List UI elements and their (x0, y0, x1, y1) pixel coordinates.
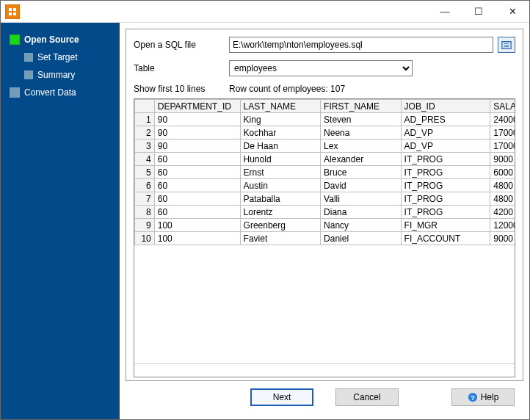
svg-rect-1 (13, 8, 16, 11)
table-cell: AD_PRES (401, 113, 490, 126)
preview-table-wrap: DEPARTMENT_IDLAST_NAMEFIRST_NAMEJOB_IDSA… (134, 98, 515, 377)
file-row: Open a SQL file (134, 37, 515, 53)
table-cell: Alexander (321, 153, 402, 166)
footer: Next Cancel ? Help (126, 381, 523, 413)
step-status-box (10, 35, 20, 45)
svg-text:?: ? (471, 394, 475, 402)
table-row[interactable]: 760PataballaValliIT_PROG4800VPATABAL (135, 192, 515, 206)
preview-table: DEPARTMENT_IDLAST_NAMEFIRST_NAMEJOB_IDSA… (134, 99, 515, 245)
table-cell: Kochhar (240, 126, 321, 140)
source-panel: Open a SQL file Table employe (126, 29, 523, 381)
preview-table-scroll[interactable]: DEPARTMENT_IDLAST_NAMEFIRST_NAMEJOB_IDSA… (134, 99, 515, 363)
table-cell: Diana (321, 206, 402, 219)
table-cell: 100 (154, 232, 240, 245)
column-header[interactable]: SALARY (490, 100, 515, 113)
table-cell: IT_PROG (401, 192, 490, 206)
next-button[interactable]: Next (250, 388, 313, 406)
show-first-label: Show first 10 lines (134, 84, 229, 94)
info-row: Show first 10 lines Row count of employe… (134, 84, 515, 94)
table-row[interactable]: 290KochharNeenaAD_VP17000NKOCHHAR (135, 126, 515, 140)
table-row[interactable]: 660AustinDavidIT_PROG4800DAUSTIN (135, 179, 515, 192)
table-cell: IT_PROG (401, 206, 490, 219)
table-select[interactable]: employees (229, 60, 413, 76)
table-cell: Austin (240, 179, 321, 192)
step-label: Convert Data (24, 87, 76, 98)
title-bar: — ☐ ✕ (1, 1, 529, 23)
table-cell: 17000 (490, 126, 515, 140)
svg-rect-3 (13, 12, 16, 15)
row-number-cell: 2 (135, 126, 155, 140)
app-icon (5, 4, 20, 19)
table-cell: FI_ACCOUNT (401, 232, 490, 245)
step-label: Summary (37, 70, 75, 80)
row-number-cell: 1 (135, 113, 155, 126)
step-status-box (24, 70, 33, 79)
table-cell: 9000 (490, 232, 515, 245)
table-label: Table (134, 63, 229, 73)
table-cell: Valli (321, 192, 402, 206)
minimize-button[interactable]: — (428, 1, 462, 22)
table-cell: Ernst (240, 166, 321, 179)
app-window: — ☐ ✕ Open SourceSet TargetSummaryConver… (0, 0, 530, 420)
file-label: Open a SQL file (134, 40, 229, 50)
table-cell: 4800 (490, 179, 515, 192)
browse-file-button[interactable] (498, 37, 515, 53)
row-number-header (135, 100, 155, 113)
table-cell: Lex (321, 140, 402, 153)
table-cell: FI_MGR (401, 219, 490, 232)
table-row[interactable]: 390De HaanLexAD_VP17000LDEHAAN (135, 140, 515, 153)
table-row[interactable]: 560ErnstBruceIT_PROG6000BERNST (135, 166, 515, 179)
step-status-box (10, 87, 20, 98)
body: Open SourceSet TargetSummaryConvert Data… (1, 23, 529, 419)
row-count-label: Row count of employees: 107 (229, 84, 345, 94)
table-cell: 4200 (490, 206, 515, 219)
wizard-step-set-target[interactable]: Set Target (24, 52, 115, 62)
wizard-sidebar: Open SourceSet TargetSummaryConvert Data (1, 23, 120, 419)
column-header[interactable]: JOB_ID (401, 100, 490, 113)
table-cell: IT_PROG (401, 153, 490, 166)
table-cell: 90 (154, 126, 240, 140)
wizard-step-open-source[interactable]: Open Source (10, 35, 115, 45)
table-cell: IT_PROG (401, 179, 490, 192)
column-header[interactable]: LAST_NAME (240, 100, 321, 113)
table-cell: 60 (154, 153, 240, 166)
table-cell: Faviet (240, 232, 321, 245)
row-number-cell: 10 (135, 232, 155, 245)
maximize-button[interactable]: ☐ (462, 1, 495, 22)
column-header[interactable]: FIRST_NAME (321, 100, 402, 113)
sql-file-input[interactable] (229, 37, 493, 53)
table-row[interactable]: 9100GreenbergNancyFI_MGR12000NGREENBE (135, 219, 515, 232)
step-label: Open Source (24, 35, 79, 45)
table-cell: 60 (154, 166, 240, 179)
row-number-cell: 5 (135, 166, 155, 179)
table-cell: Hunold (240, 153, 321, 166)
table-cell: 90 (154, 113, 240, 126)
help-button[interactable]: ? Help (451, 388, 515, 406)
open-file-icon (501, 40, 512, 50)
table-cell: 60 (154, 206, 240, 219)
svg-rect-2 (9, 12, 12, 15)
table-row: Table employees (134, 60, 515, 76)
table-cell: 60 (154, 179, 240, 192)
table-cell: 17000 (490, 140, 515, 153)
table-row[interactable]: 460HunoldAlexanderIT_PROG9000AHUNOLD (135, 153, 515, 166)
close-button[interactable]: ✕ (495, 1, 529, 22)
table-cell: Lorentz (240, 206, 321, 219)
table-row[interactable]: 860LorentzDianaIT_PROG4200DLORENTZ (135, 206, 515, 219)
table-cell: Greenberg (240, 219, 321, 232)
table-cell: Daniel (321, 232, 402, 245)
table-row[interactable]: 190KingStevenAD_PRES24000SKING (135, 113, 515, 126)
table-cell: 24000 (490, 113, 515, 126)
table-cell: AD_VP (401, 140, 490, 153)
help-icon: ? (468, 392, 478, 402)
horizontal-scrollbar[interactable] (134, 363, 515, 377)
table-cell: King (240, 113, 321, 126)
row-number-cell: 8 (135, 206, 155, 219)
wizard-step-convert-data[interactable]: Convert Data (10, 87, 115, 98)
wizard-step-summary[interactable]: Summary (24, 70, 115, 80)
column-header[interactable]: DEPARTMENT_ID (154, 100, 240, 113)
cancel-button[interactable]: Cancel (335, 388, 399, 406)
row-number-cell: 9 (135, 219, 155, 232)
table-cell: 6000 (490, 166, 515, 179)
table-row[interactable]: 10100FavietDanielFI_ACCOUNT9000DFAVIET (135, 232, 515, 245)
